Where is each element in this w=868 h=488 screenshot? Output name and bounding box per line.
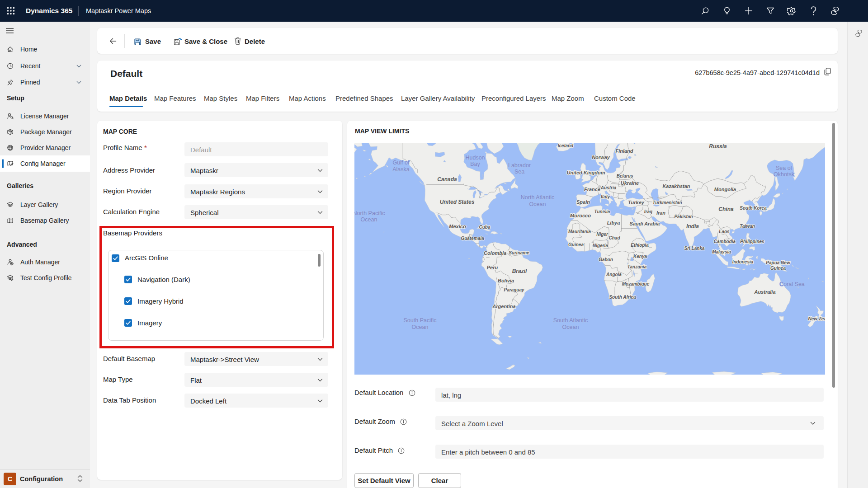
svg-text:Italy: Italy xyxy=(601,194,610,199)
svg-text:Mongolia: Mongolia xyxy=(714,187,736,192)
svg-text:Niger: Niger xyxy=(596,232,609,237)
svg-text:Labrador: Labrador xyxy=(508,162,531,169)
svg-text:Ocean: Ocean xyxy=(529,201,546,207)
svg-text:Tunisia: Tunisia xyxy=(594,209,610,214)
svg-text:Paraguay: Paraguay xyxy=(504,287,524,292)
svg-text:Philippines: Philippines xyxy=(740,239,764,244)
svg-text:Pakistan: Pakistan xyxy=(674,214,693,219)
svg-text:Kazakhstan: Kazakhstan xyxy=(662,183,690,189)
svg-text:United Kingdom: United Kingdom xyxy=(567,170,605,175)
svg-text:Morocco: Morocco xyxy=(570,213,591,218)
svg-text:Bay: Bay xyxy=(470,161,480,167)
svg-text:North Atlantic: North Atlantic xyxy=(521,194,554,201)
svg-text:Alaska: Alaska xyxy=(392,166,410,173)
svg-text:Guatemala: Guatemala xyxy=(461,236,484,241)
svg-text:Ethiopia: Ethiopia xyxy=(631,243,649,248)
svg-text:Australia: Australia xyxy=(754,289,775,295)
svg-text:Guinea: Guinea xyxy=(770,266,786,271)
svg-text:Norway: Norway xyxy=(592,155,610,160)
svg-text:North Pacific: North Pacific xyxy=(354,210,385,216)
svg-text:China: China xyxy=(718,206,734,212)
svg-text:Chad: Chad xyxy=(609,235,621,240)
svg-text:Iraq: Iraq xyxy=(644,209,652,214)
svg-text:Brazil: Brazil xyxy=(512,268,527,274)
svg-text:Papua New: Papua New xyxy=(766,260,791,265)
svg-text:Russia: Russia xyxy=(709,143,727,150)
svg-text:United States: United States xyxy=(440,199,475,205)
svg-text:Taiwan: Taiwan xyxy=(740,224,755,229)
svg-text:Malaysia: Malaysia xyxy=(712,249,731,254)
svg-text:South Korea: South Korea xyxy=(740,206,767,211)
svg-text:Turkmenistan: Turkmenistan xyxy=(652,200,682,205)
svg-text:Okhotsk: Okhotsk xyxy=(774,171,795,178)
svg-text:Indonesia: Indonesia xyxy=(732,259,754,264)
svg-text:Coral Sea: Coral Sea xyxy=(779,281,805,287)
svg-text:Spain: Spain xyxy=(576,199,590,205)
svg-text:Mauritania: Mauritania xyxy=(568,229,591,234)
svg-text:Laos: Laos xyxy=(719,229,730,234)
svg-text:Guinea: Guinea xyxy=(568,242,584,247)
svg-text:Canada: Canada xyxy=(437,176,457,183)
svg-text:Kenya: Kenya xyxy=(633,254,647,259)
svg-text:Mozambique: Mozambique xyxy=(622,282,650,286)
svg-text:Iceland: Iceland xyxy=(558,143,574,148)
svg-text:Turkey: Turkey xyxy=(628,200,645,205)
svg-text:South Atlantic: South Atlantic xyxy=(553,317,588,324)
svg-text:Sea: Sea xyxy=(514,169,524,175)
svg-text:Hudson: Hudson xyxy=(465,155,485,161)
svg-text:Ocean: Ocean xyxy=(412,324,429,330)
svg-text:Belarus: Belarus xyxy=(617,174,633,178)
svg-text:Austria: Austria xyxy=(600,185,617,190)
svg-text:Gulf of: Gulf of xyxy=(393,160,410,166)
svg-text:Ocean: Ocean xyxy=(562,324,579,330)
svg-text:Libya: Libya xyxy=(607,220,620,225)
svg-text:South Africa: South Africa xyxy=(609,295,636,300)
svg-text:Mexico: Mexico xyxy=(449,224,466,229)
svg-text:South Pacific: South Pacific xyxy=(404,317,437,324)
svg-text:Sri Lanka: Sri Lanka xyxy=(684,246,704,251)
svg-text:Sea of: Sea of xyxy=(776,165,793,171)
svg-text:Cambodia: Cambodia xyxy=(714,239,736,244)
svg-text:Tanzania: Tanzania xyxy=(627,264,647,269)
svg-text:India: India xyxy=(686,223,699,230)
svg-text:Saudi Arabia: Saudi Arabia xyxy=(630,221,660,226)
svg-text:Gabon: Gabon xyxy=(599,257,613,262)
svg-text:Iran: Iran xyxy=(656,210,665,216)
svg-text:Cuba: Cuba xyxy=(479,225,491,230)
svg-text:Bolivia: Bolivia xyxy=(498,278,514,283)
svg-text:France: France xyxy=(584,187,600,192)
svg-text:Suriname: Suriname xyxy=(509,250,529,255)
svg-text:Ukraine: Ukraine xyxy=(621,180,639,186)
svg-text:Peru: Peru xyxy=(487,265,498,270)
svg-text:Colombia: Colombia xyxy=(484,250,506,256)
svg-text:New Zealand: New Zealand xyxy=(808,316,825,321)
svg-text:Angola: Angola xyxy=(606,272,622,277)
svg-text:Finland: Finland xyxy=(615,148,633,154)
svg-text:Ocean: Ocean xyxy=(361,216,377,223)
svg-text:Nigeria: Nigeria xyxy=(593,243,608,248)
svg-text:Argentina: Argentina xyxy=(492,304,515,309)
